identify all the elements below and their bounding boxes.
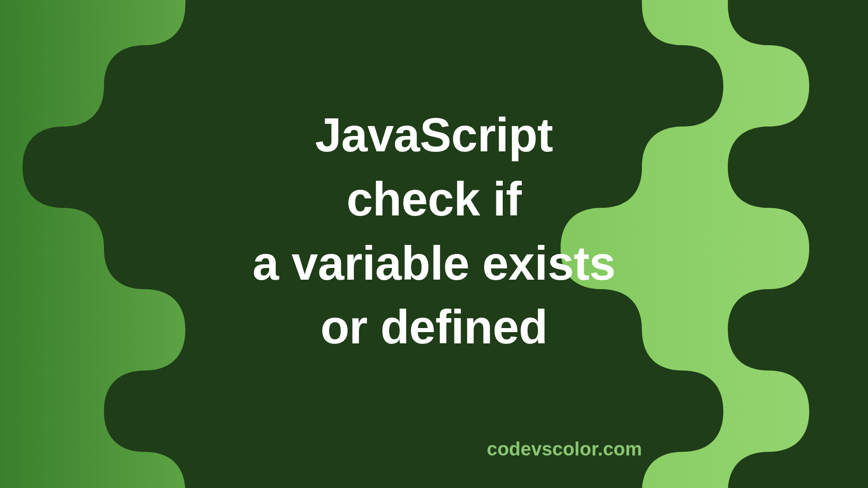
watermark: codevscolor.com [487, 438, 642, 460]
page-title: JavaScript check if a variable exists or… [253, 103, 616, 359]
featured-image: JavaScript check if a variable exists or… [0, 0, 868, 488]
